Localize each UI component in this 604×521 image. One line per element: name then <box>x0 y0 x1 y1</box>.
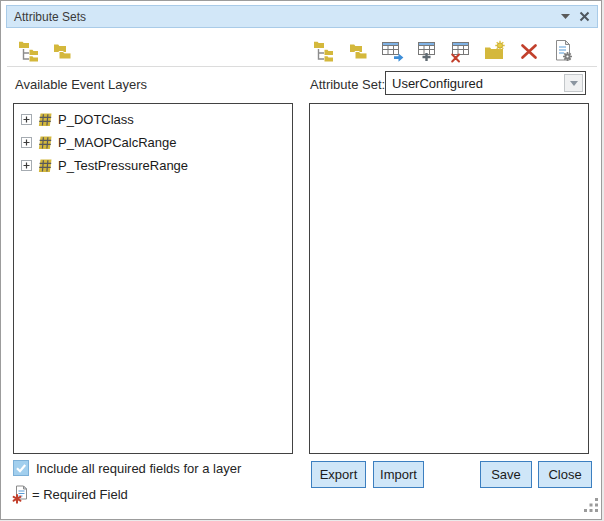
event-layer-icon <box>37 112 53 128</box>
expand-plus-icon[interactable] <box>21 160 32 171</box>
resize-grip-icon <box>584 498 599 513</box>
new-attribute-set-icon <box>313 39 337 63</box>
required-field-legend-label: = Required Field <box>32 487 128 502</box>
new-attribute-set-icon <box>18 39 42 63</box>
panel-title: Attribute Sets <box>14 10 86 24</box>
event-layer-icon <box>37 135 53 151</box>
titlebar-menu-button[interactable] <box>561 14 570 19</box>
expand-plus-icon[interactable] <box>21 137 32 148</box>
titlebar[interactable]: Attribute Sets <box>6 5 598 28</box>
attribute-set-fields-list[interactable] <box>309 103 589 454</box>
close-x-icon <box>579 11 590 22</box>
attribute-set-value: UserConfigured <box>392 76 483 91</box>
tree-item-p-dotclass[interactable]: P_DOTClass <box>14 108 292 131</box>
delete-button[interactable] <box>517 39 541 63</box>
tree-item-label: P_DOTClass <box>58 112 134 127</box>
tree-item-label: P_MAOPCalcRange <box>58 135 177 150</box>
open-attribute-set-button-2[interactable] <box>347 39 371 63</box>
event-layer-icon <box>37 158 53 174</box>
open-attribute-set-button[interactable] <box>51 39 75 63</box>
save-attribute-set-icon <box>483 39 507 63</box>
expand-plus-icon[interactable] <box>21 114 32 125</box>
save-attribute-set-button[interactable] <box>483 39 507 63</box>
tree-item-p-testpressurerange[interactable]: P_TestPressureRange <box>14 154 292 177</box>
include-required-fields-label: Include all required fields for a layer <box>36 461 241 476</box>
available-event-layers-list[interactable]: P_DOTClass P_MAOPCalcRange <box>13 103 293 454</box>
attribute-sets-panel: Attribute Sets <box>0 0 602 520</box>
export-button[interactable]: Export <box>311 461 366 488</box>
attribute-set-dropdown-button[interactable] <box>564 74 583 92</box>
include-required-fields-checkbox[interactable] <box>13 460 29 476</box>
open-attribute-set-icon <box>347 39 371 63</box>
required-field-legend-row: = Required Field <box>12 485 128 504</box>
resize-grip[interactable] <box>584 498 599 517</box>
titlebar-close-button[interactable] <box>579 11 590 22</box>
attribute-set-label: Attribute Set: <box>310 77 385 92</box>
checkmark-icon <box>15 462 27 474</box>
include-required-fields-row: Include all required fields for a layer <box>13 460 241 476</box>
combobox-arrow-icon <box>570 81 578 86</box>
properties-button[interactable] <box>551 39 575 63</box>
remove-table-button[interactable] <box>449 39 473 63</box>
available-event-layers-label: Available Event Layers <box>15 77 147 92</box>
open-attribute-set-icon <box>51 39 75 63</box>
export-table-button[interactable] <box>381 39 405 63</box>
dropdown-arrow-icon <box>561 14 570 19</box>
delete-x-icon <box>517 39 541 63</box>
export-table-icon <box>381 39 405 63</box>
remove-table-icon <box>449 39 473 63</box>
attribute-set-combobox[interactable]: UserConfigured <box>385 71 586 95</box>
properties-doc-gear-icon <box>551 39 575 63</box>
tree-item-p-maopcalcrange[interactable]: P_MAOPCalcRange <box>14 131 292 154</box>
import-button[interactable]: Import <box>373 461 424 488</box>
close-button[interactable]: Close <box>538 461 592 488</box>
toolbar-right <box>313 39 575 63</box>
tree-item-label: P_TestPressureRange <box>58 158 188 173</box>
toolbar-left <box>18 39 75 63</box>
required-field-icon <box>12 485 28 504</box>
save-button[interactable]: Save <box>480 461 532 488</box>
add-table-icon <box>415 39 439 63</box>
toolbar-separator <box>7 66 597 67</box>
add-table-button[interactable] <box>415 39 439 63</box>
new-attribute-set-button[interactable] <box>18 39 42 63</box>
new-attribute-set-button-2[interactable] <box>313 39 337 63</box>
